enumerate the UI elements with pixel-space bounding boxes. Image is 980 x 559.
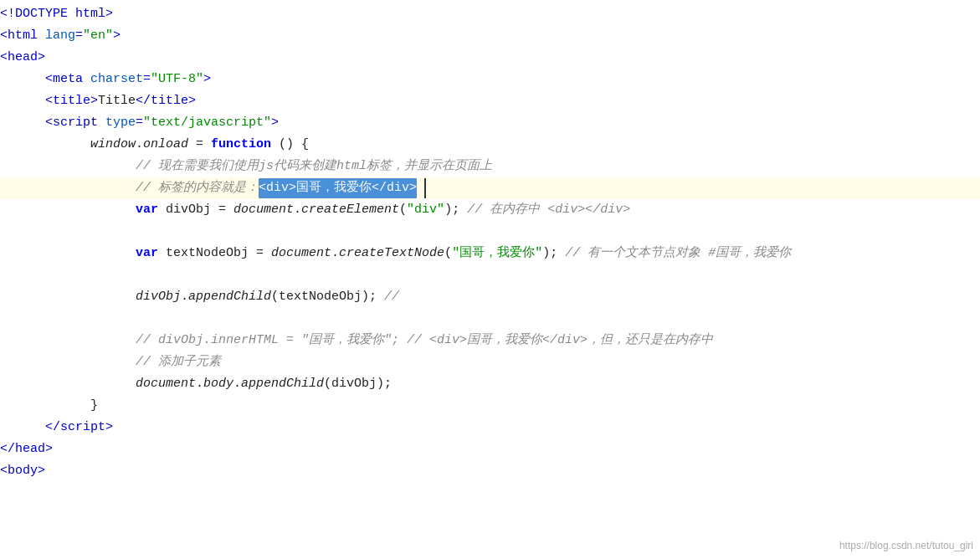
line-1-content: <!DOCTYPE html>: [0, 3, 980, 25]
line-20-content: </script>: [0, 417, 980, 438]
line-16: // divObj.innerHTML = "国哥，我爱你"; // <div>…: [0, 330, 980, 351]
line-18: document.body.appendChild(divObj);: [0, 373, 980, 395]
line-10-content: var divObj = document.createElement("div…: [0, 199, 980, 221]
line-3: <head>: [0, 47, 980, 69]
line-13: [0, 264, 980, 286]
line-22-content: <body>: [0, 460, 980, 482]
line-8-content: // 现在需要我们使用js代码来创建html标签，并显示在页面上: [0, 156, 980, 177]
line-5-content: <title>Title</title>: [0, 90, 980, 112]
line-2-content: <html lang="en">: [0, 25, 980, 47]
watermark: https://blog.csdn.net/tutou_giri: [839, 538, 973, 554]
line-22: <body>: [0, 460, 980, 482]
line-21-content: </head>: [0, 438, 980, 460]
line-19: }: [0, 395, 980, 417]
line-15-content: [0, 308, 980, 330]
line-6-content: <script type="text/javascript">: [0, 112, 980, 134]
line-7-content: window.onload = function () {: [0, 134, 980, 156]
line-10: var divObj = document.createElement("div…: [0, 199, 980, 221]
line-16-content: // divObj.innerHTML = "国哥，我爱你"; // <div>…: [0, 330, 980, 351]
line-14-content: divObj.appendChild(textNodeObj); //: [0, 286, 980, 308]
line-1: <!DOCTYPE html>: [0, 3, 980, 25]
line-4: <meta charset="UTF-8">: [0, 69, 980, 90]
line-7: window.onload = function () {: [0, 134, 980, 156]
line-21: </head>: [0, 438, 980, 460]
line-9: // 标签的内容就是：<div>国哥，我爱你</div>: [0, 177, 980, 199]
line-5: <title>Title</title>: [0, 90, 980, 112]
line-17: // 添加子元素: [0, 351, 980, 373]
line-2: <html lang="en">: [0, 25, 980, 47]
line-17-content: // 添加子元素: [0, 351, 980, 373]
line-13-content: [0, 264, 980, 286]
line-14: divObj.appendChild(textNodeObj); //: [0, 286, 980, 308]
line-4-content: <meta charset="UTF-8">: [0, 69, 980, 90]
line-11-content: [0, 221, 980, 243]
line-20: </script>: [0, 417, 980, 438]
line-9-content: // 标签的内容就是：<div>国哥，我爱你</div>: [0, 177, 980, 199]
line-19-content: }: [0, 395, 980, 417]
line-6: <script type="text/javascript">: [0, 112, 980, 134]
line-18-content: document.body.appendChild(divObj);: [0, 373, 980, 395]
line-11: [0, 221, 980, 243]
code-editor: <!DOCTYPE html> <html lang="en"> <head> …: [0, 0, 980, 559]
line-15: [0, 308, 980, 330]
code-lines: <!DOCTYPE html> <html lang="en"> <head> …: [0, 0, 980, 485]
line-3-content: <head>: [0, 47, 980, 69]
line-12: var textNodeObj = document.createTextNod…: [0, 243, 980, 264]
line-12-content: var textNodeObj = document.createTextNod…: [0, 243, 980, 264]
line-8: // 现在需要我们使用js代码来创建html标签，并显示在页面上: [0, 156, 980, 177]
